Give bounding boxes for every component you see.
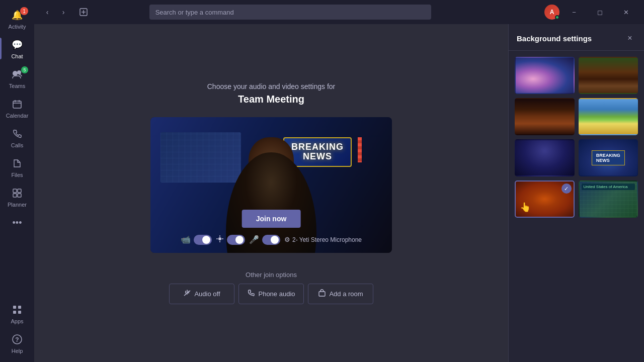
sidebar-item-label: Chat — [11, 53, 23, 59]
sidebar-item-teams[interactable]: 5 Teams — [0, 63, 34, 93]
svg-point-0 — [17, 70, 21, 74]
search-placeholder: Search or type a command — [155, 9, 234, 16]
video-icon: 📹 — [181, 235, 191, 244]
svg-rect-25 — [319, 292, 325, 296]
add-room-button[interactable]: Add a room — [308, 284, 373, 304]
titlebar-right-actions: A − ◻ ✕ — [544, 4, 638, 20]
svg-rect-13 — [18, 311, 21, 314]
meeting-subtitle: Choose your audio and video settings for — [207, 82, 336, 90]
sidebar-item-label: Calendar — [6, 113, 29, 119]
video-toggle[interactable] — [194, 235, 212, 245]
planner-icon — [10, 186, 24, 200]
apps-icon — [10, 303, 24, 317]
minimize-button[interactable]: − — [562, 4, 586, 20]
phone-audio-icon — [247, 289, 255, 299]
sidebar-item-help[interactable]: ? Help — [0, 328, 34, 358]
svg-rect-8 — [13, 194, 17, 197]
sidebar-item-label: Activity — [9, 24, 26, 30]
svg-rect-12 — [13, 311, 16, 314]
close-button[interactable]: ✕ — [615, 4, 638, 20]
meeting-header: Choose your audio and video settings for… — [207, 82, 336, 105]
sidebar-item-label: Apps — [11, 318, 23, 324]
audio-off-button[interactable]: Audio off — [169, 284, 234, 304]
sidebar-item-calls[interactable]: Calls — [0, 123, 34, 152]
search-bar[interactable]: Search or type a command — [149, 5, 431, 20]
sidebar: 🔔 1 Activity 💬 Chat 5 Teams Cale — [0, 0, 34, 362]
svg-rect-11 — [18, 306, 21, 309]
effects-toggle[interactable] — [227, 235, 245, 245]
files-icon — [10, 156, 24, 170]
forward-button[interactable]: › — [56, 5, 70, 19]
breaking-stripe — [358, 137, 362, 162]
svg-rect-6 — [13, 189, 17, 193]
cursor-indicator: 👆 — [520, 202, 531, 213]
svg-rect-2 — [13, 101, 21, 108]
svg-text:?: ? — [15, 336, 19, 343]
bg-thumb-newsdesk[interactable]: BREAKINGNEWS — [579, 139, 638, 176]
meeting-title: Team Meeting — [207, 94, 336, 105]
bg-thumb-map[interactable]: United States of America — [579, 180, 638, 218]
other-join-title: Other join options — [169, 271, 373, 279]
svg-point-1 — [13, 71, 18, 76]
bg-panel-title: Background settings — [517, 34, 592, 43]
chat-icon: 💬 — [10, 38, 24, 52]
titlebar: ‹ › Search or type a command A − ◻ ✕ — [34, 0, 644, 24]
sidebar-item-apps[interactable]: Apps — [0, 299, 34, 328]
main-content: Choose your audio and video settings for… — [34, 24, 508, 362]
bg-panel-header: Background settings × — [509, 24, 644, 51]
online-status-dot — [555, 15, 559, 20]
bg-thumb-cartoon[interactable] — [579, 98, 638, 135]
bg-grid: BREAKINGNEWS ✓ 👆 United States of Americ… — [509, 51, 644, 224]
sidebar-item-label: Planner — [8, 202, 27, 208]
device-label: 2- Yeti Stereo Microphone — [292, 236, 362, 243]
effects-toggle-group — [216, 235, 245, 245]
svg-rect-7 — [18, 189, 21, 193]
svg-rect-9 — [18, 194, 21, 197]
controls-bar: 📹 🎤 ⚙ — [150, 235, 392, 245]
sidebar-item-label: Help — [12, 348, 23, 354]
bg-close-button[interactable]: × — [624, 32, 636, 44]
svg-rect-10 — [13, 306, 16, 309]
bg-thumb-pizza[interactable]: ✓ 👆 — [515, 180, 575, 218]
titlebar-navigation: ‹ › — [40, 5, 70, 19]
compose-button[interactable] — [76, 5, 91, 19]
teams-badge: 5 — [21, 66, 28, 73]
bg-thumb-canyon[interactable] — [579, 57, 638, 94]
join-now-button[interactable]: Join now — [242, 210, 301, 228]
phone-audio-button[interactable]: Phone audio — [238, 284, 304, 304]
device-selector[interactable]: ⚙ 2- Yeti Stereo Microphone — [284, 236, 362, 243]
bg-thumb-galaxy[interactable] — [515, 57, 575, 94]
audio-off-label: Audio off — [194, 290, 220, 298]
selected-check-icon: ✓ — [561, 184, 572, 194]
sidebar-item-label: Teams — [9, 83, 25, 89]
sidebar-item-chat[interactable]: 💬 Chat — [0, 34, 34, 63]
sidebar-item-label: Calls — [11, 142, 23, 148]
effects-icon — [216, 235, 224, 245]
sidebar-item-planner[interactable]: Planner — [0, 182, 34, 212]
add-room-label: Add a room — [329, 290, 363, 298]
sidebar-item-calendar[interactable]: Calendar — [0, 93, 34, 123]
calls-icon — [10, 127, 24, 141]
add-room-icon — [318, 289, 326, 299]
bg-thumb-street[interactable] — [515, 98, 575, 135]
back-button[interactable]: ‹ — [40, 5, 54, 19]
sidebar-item-files[interactable]: Files — [0, 152, 34, 182]
help-icon: ? — [10, 332, 24, 346]
user-avatar[interactable]: A — [544, 5, 559, 20]
join-options-row: Audio off Phone audio Add a room — [169, 284, 373, 304]
sidebar-item-label: Files — [11, 172, 23, 178]
mic-toggle[interactable] — [262, 235, 280, 245]
sidebar-item-more[interactable]: ••• — [0, 212, 34, 234]
sidebar-item-activity[interactable]: 🔔 1 Activity — [0, 4, 34, 34]
audio-off-icon — [183, 289, 191, 299]
map-overlay — [160, 132, 241, 183]
mic-icon: 🎤 — [249, 235, 259, 244]
video-toggle-group: 📹 — [181, 235, 212, 245]
maximize-button[interactable]: ◻ — [589, 4, 612, 20]
bg-thumb-studio1[interactable] — [515, 139, 575, 176]
video-preview: BREAKINGNEWS Join now 📹 — [150, 117, 392, 253]
phone-audio-label: Phone audio — [258, 290, 295, 298]
background-settings-panel: Background settings × BREAKINGNEWS ✓ 👆 U… — [508, 24, 644, 362]
calendar-icon — [10, 97, 24, 111]
breaking-news-text: BREAKINGNEWS — [291, 142, 344, 162]
